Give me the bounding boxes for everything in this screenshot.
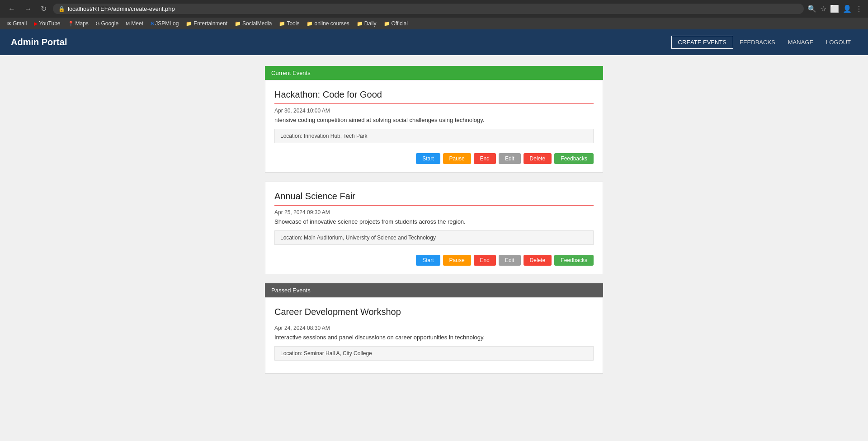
menu-icon[interactable]: ⋮ [855,5,863,13]
event-location-science-fair: Location: Main Auditorium, University of… [274,230,594,245]
bookmark-entertainment[interactable]: 📁 Entertainment [183,19,230,28]
bookmark-socialmedia[interactable]: 📁 SocialMedia [232,19,274,28]
bookmark-maps[interactable]: 📍 Maps [65,19,91,28]
bookmark-google[interactable]: G Google [93,19,121,28]
bookmark-online-courses-label: online courses [314,20,349,27]
address-bar[interactable]: 🔒 localhost/RTEFA/admin/create-event.php [53,4,804,14]
bookmark-maps-label: Maps [75,20,89,27]
science-fair-edit-button[interactable]: Edit [499,255,521,266]
event-date-science-fair: Apr 25, 2024 09:30 AM [274,209,594,216]
bookmark-youtube-label: YouTube [39,20,60,27]
science-fair-start-button[interactable]: Start [416,255,440,266]
science-fair-end-button[interactable]: End [474,255,496,266]
refresh-button[interactable]: ↻ [38,4,49,14]
online-courses-icon: 📁 [307,21,313,27]
bookmark-official-label: Official [392,20,408,27]
admin-nav: CREATE EVENTS FEEDBACKS MANAGE LOGOUT [671,36,857,49]
entertainment-icon: 📁 [186,21,192,27]
forward-button[interactable]: → [22,4,34,14]
event-actions-hackathon: Start Pause End Edit Delete Feedbacks [274,150,594,166]
bookmark-gmail-label: Gmail [13,20,27,27]
hackathon-pause-button[interactable]: Pause [443,153,471,164]
event-actions-science-fair: Start Pause End Edit Delete Feedbacks [274,251,594,267]
event-card-science-fair: Annual Science Fair Apr 25, 2024 09:30 A… [265,182,603,274]
nav-feedbacks[interactable]: FEEDBACKS [733,36,782,48]
extension-icon[interactable]: ⬜ [830,5,839,13]
hackathon-end-button[interactable]: End [474,153,496,164]
event-description-career-workshop: Interactive sessions and panel discussio… [274,334,594,341]
event-description-science-fair: Showcase of innovative science projects … [274,218,594,225]
event-date-career-workshop: Apr 24, 2024 08:30 AM [274,325,594,331]
bookmark-google-label: Google [101,20,118,27]
bookmark-entertainment-label: Entertainment [193,20,227,27]
hackathon-start-button[interactable]: Start [416,153,440,164]
event-card-career-workshop: Career Development Workshop Apr 24, 2024… [265,297,603,374]
bookmark-youtube[interactable]: ▶ YouTube [31,19,63,28]
admin-portal-title: Admin Portal [11,37,67,47]
event-description-hackathon: ntensive coding competition aimed at sol… [274,117,594,123]
browser-chrome: ← → ↻ 🔒 localhost/RTEFA/admin/create-eve… [0,0,868,18]
tools-icon: 📁 [279,21,285,27]
bookmark-meet[interactable]: M Meet [123,19,146,28]
bookmark-meet-label: Meet [131,20,143,27]
youtube-icon: ▶ [34,21,38,27]
hackathon-delete-button[interactable]: Delete [524,153,552,164]
bookmark-daily[interactable]: 📁 Daily [354,19,379,28]
nav-manage[interactable]: MANAGE [782,36,820,48]
lock-icon: 🔒 [58,6,65,12]
back-button[interactable]: ← [5,4,18,14]
bookmark-jspmlog-label: JSPMLog [155,20,179,27]
gmail-icon: ✉ [7,21,11,27]
event-title-hackathon: Hackathon: Code for Good [274,89,594,104]
hackathon-feedbacks-button[interactable]: Feedbacks [554,153,594,164]
bookmark-daily-label: Daily [364,20,377,27]
maps-icon: 📍 [68,21,74,27]
bookmarks-bar: ✉ Gmail ▶ YouTube 📍 Maps G Google M Meet… [0,18,868,29]
event-location-career-workshop: Location: Seminar Hall A, City College [274,346,594,361]
bookmark-tools-label: Tools [287,20,299,27]
current-events-header: Current Events [265,66,603,80]
daily-icon: 📁 [357,21,363,27]
bookmark-socialmedia-label: SocialMedia [242,20,272,27]
search-icon[interactable]: 🔍 [807,5,816,13]
event-card-hackathon: Hackathon: Code for Good Apr 30, 2024 10… [265,80,603,173]
main-content: Current Events Hackathon: Code for Good … [258,66,610,374]
science-fair-feedbacks-button[interactable]: Feedbacks [554,255,594,266]
meet-icon: M [126,21,130,26]
jspmlog-icon: S [151,21,154,26]
url-text: localhost/RTEFA/admin/create-event.php [68,5,175,12]
official-icon: 📁 [384,21,390,27]
nav-logout[interactable]: LOGOUT [820,36,857,48]
google-icon: G [96,21,100,26]
hackathon-edit-button[interactable]: Edit [499,153,521,164]
socialmedia-icon: 📁 [235,21,241,27]
bookmark-jspmlog[interactable]: S JSPMLog [148,19,181,28]
event-title-science-fair: Annual Science Fair [274,191,594,206]
bookmark-tools[interactable]: 📁 Tools [276,19,302,28]
science-fair-pause-button[interactable]: Pause [443,255,471,266]
profile-icon[interactable]: 👤 [843,5,852,13]
event-title-career-workshop: Career Development Workshop [274,307,594,321]
event-date-hackathon: Apr 30, 2024 10:00 AM [274,108,594,114]
browser-actions: 🔍 ☆ ⬜ 👤 ⋮ [807,5,863,13]
bookmark-online-courses[interactable]: 📁 online courses [304,19,352,28]
science-fair-delete-button[interactable]: Delete [524,255,552,266]
bookmark-icon[interactable]: ☆ [820,5,826,13]
nav-create-events[interactable]: CREATE EVENTS [671,36,733,49]
admin-header: Admin Portal CREATE EVENTS FEEDBACKS MAN… [0,29,868,55]
passed-events-header: Passed Events [265,283,603,297]
event-location-hackathon: Location: Innovation Hub, Tech Park [274,129,594,143]
bookmark-official[interactable]: 📁 Official [381,19,410,28]
bookmark-gmail[interactable]: ✉ Gmail [5,19,29,28]
